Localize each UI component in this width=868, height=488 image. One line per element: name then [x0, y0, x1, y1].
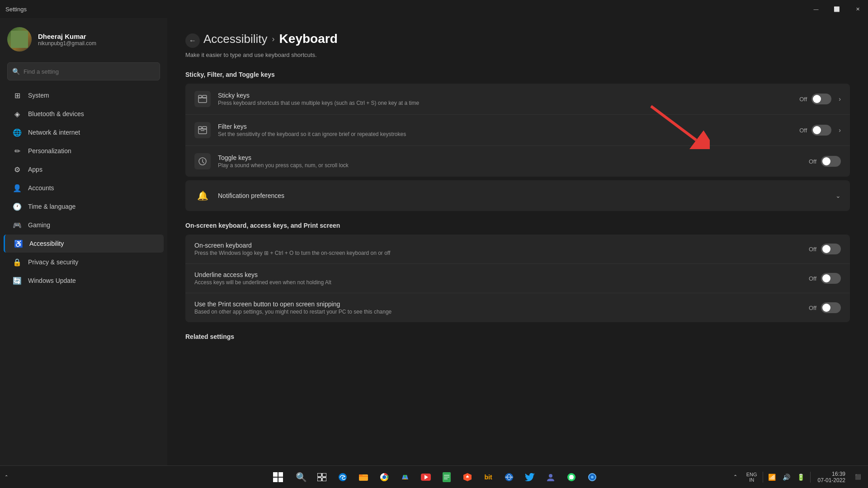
breadcrumb-separator: › [272, 34, 275, 44]
search-input[interactable] [20, 68, 155, 75]
sticky-keys-toggle[interactable] [811, 94, 831, 104]
settings-card-keys: Sticky keys Press keyboard shortcuts tha… [185, 84, 850, 177]
setting-toggle-keys[interactable]: Toggle keys Play a sound when you press … [185, 146, 850, 177]
related-settings-title: Related settings [185, 333, 850, 340]
sidebar-label-gaming: Gaming [28, 221, 50, 229]
setting-filter-keys[interactable]: Filter keys Set the sensitivity of the k… [185, 115, 850, 146]
taskbar-teams-icon[interactable] [541, 468, 560, 487]
sidebar-item-network[interactable]: 🌐 Network & internet [4, 123, 164, 141]
taskbar-edge-icon[interactable] [333, 468, 352, 487]
notification-preferences-row[interactable]: 🔔 Notification preferences ⌄ [185, 180, 850, 211]
sidebar-item-update[interactable]: 🔄 Windows Update [4, 272, 164, 290]
gaming-icon: 🎮 [13, 221, 22, 230]
filter-keys-chevron: › [839, 127, 841, 134]
setting-sticky-keys[interactable]: Sticky keys Press keyboard shortcuts tha… [185, 84, 850, 115]
svg-rect-14 [273, 478, 278, 482]
chevron-up-icon[interactable]: ⌃ [729, 471, 742, 483]
notification-label: Notification preferences [218, 192, 835, 199]
app-body: Dheeraj Kumar nikunpubg1@gmail.com 🔍 ⊞ S… [0, 18, 868, 465]
sticky-keys-icon [194, 91, 211, 107]
taskbar-whatsapp-icon[interactable] [562, 468, 581, 487]
close-button[interactable]: ✕ [847, 0, 868, 18]
notification-chevron: ⌄ [835, 192, 841, 199]
print-screen-desc: Based on other app settings, you might n… [194, 309, 809, 315]
titlebar: Settings — ⬜ ✕ [0, 0, 868, 18]
taskbar-taskview-icon[interactable] [312, 468, 331, 487]
toggle-keys-icon [194, 153, 211, 169]
back-button[interactable]: ← [185, 33, 200, 48]
taskbar-chevron-icon[interactable]: ⌃ [0, 471, 13, 483]
sidebar-nav: ⊞ System ◈ Bluetooth & devices 🌐 Network… [0, 86, 167, 465]
underline-access-name: Underline access keys [194, 271, 809, 278]
profile-email: nikunpubg1@gmail.com [38, 40, 96, 47]
onscreen-keyboard-name: On-screen keyboard [194, 242, 809, 249]
sidebar-item-bluetooth[interactable]: ◈ Bluetooth & devices [4, 105, 164, 123]
minimize-button[interactable]: — [806, 0, 826, 18]
sidebar-item-time[interactable]: 🕐 Time & language [4, 197, 164, 216]
taskbar-twitter-icon[interactable] [520, 468, 539, 487]
setting-print-screen[interactable]: Use the Print screen button to open scre… [185, 293, 850, 322]
filter-keys-toggle[interactable] [811, 125, 831, 136]
clock-area[interactable]: 16:39 07-01-2022 [813, 471, 850, 483]
setting-underline-access[interactable]: Underline access keys Access keys will b… [185, 264, 850, 293]
svg-rect-12 [273, 472, 278, 477]
sidebar-label-privacy: Privacy & security [28, 258, 78, 266]
onscreen-keyboard-status: Off [809, 246, 816, 253]
sidebar-label-personalization: Personalization [28, 147, 71, 155]
toggle-keys-name: Toggle keys [218, 154, 809, 161]
underline-access-toggle[interactable] [821, 273, 841, 284]
section-title-1: Sticky, Filter, and Toggle keys [185, 71, 850, 78]
svg-rect-18 [317, 478, 321, 481]
taskbar-settings-icon[interactable] [583, 468, 602, 487]
wifi-icon[interactable]: 📶 [766, 471, 778, 483]
taskbar-youtube-icon[interactable] [416, 468, 435, 487]
update-icon: 🔄 [13, 276, 22, 285]
onscreen-keyboard-toggle[interactable] [821, 244, 841, 254]
sidebar-item-privacy[interactable]: 🔒 Privacy & security [4, 253, 164, 271]
taskbar-search-icon[interactable]: 🔍 [292, 468, 311, 487]
language-indicator[interactable]: ENG IN [744, 472, 760, 483]
volume-icon[interactable]: 🔊 [780, 471, 793, 483]
sidebar-item-apps[interactable]: ⚙ Apps [4, 160, 164, 178]
taskbar-browser-icon[interactable] [500, 468, 519, 487]
taskbar-brave-icon[interactable] [458, 468, 477, 487]
sidebar-label-accessibility: Accessibility [29, 240, 64, 247]
taskbar-chrome-icon[interactable] [375, 468, 394, 487]
print-screen-toggle[interactable] [821, 302, 841, 313]
sticky-keys-text: Sticky keys Press keyboard shortcuts tha… [218, 92, 799, 106]
sticky-keys-control: Off › [799, 94, 841, 104]
taskbar-divider-1 [763, 472, 763, 483]
system-icon: ⊞ [13, 91, 22, 100]
svg-point-24 [382, 475, 386, 479]
toggle-keys-toggle[interactable] [821, 156, 841, 167]
sticky-keys-name: Sticky keys [218, 92, 799, 99]
lang-bottom: IN [749, 477, 754, 483]
main-content: ← Accessibility › Keyboard Make it easie… [167, 18, 868, 465]
toggle-keys-desc: Play a sound when you press caps, num, o… [218, 162, 809, 169]
taskbar-explorer-icon[interactable] [354, 468, 373, 487]
taskbar-bit-icon[interactable]: bit [479, 468, 498, 487]
print-screen-status: Off [809, 305, 816, 311]
battery-icon[interactable]: 🔋 [795, 471, 807, 483]
taskbar-drive-icon[interactable] [396, 468, 415, 487]
print-screen-text: Use the Print screen button to open scre… [194, 300, 809, 315]
start-button[interactable] [266, 466, 290, 488]
sidebar-label-network: Network & internet [28, 129, 80, 136]
sidebar-item-accessibility[interactable]: ♿ Accessibility [4, 235, 164, 253]
notification-icon: 🔔 [194, 188, 211, 204]
profile-section[interactable]: Dheeraj Kumar nikunpubg1@gmail.com [0, 18, 167, 61]
taskbar: ⌃ 🔍 [0, 465, 868, 488]
notification-bell-icon[interactable]: ⬛ [852, 471, 864, 483]
sidebar-item-system[interactable]: ⊞ System [4, 86, 164, 104]
setting-onscreen-keyboard[interactable]: On-screen keyboard Press the Windows log… [185, 235, 850, 264]
sidebar-item-accounts[interactable]: 👤 Accounts [4, 179, 164, 197]
taskbar-sheets-icon[interactable] [437, 468, 456, 487]
maximize-button[interactable]: ⬜ [826, 0, 847, 18]
filter-keys-control: Off › [799, 125, 841, 136]
search-box[interactable]: 🔍 [7, 62, 160, 80]
sidebar-item-gaming[interactable]: 🎮 Gaming [4, 216, 164, 234]
svg-rect-29 [444, 477, 449, 478]
breadcrumb: Accessibility › Keyboard [203, 32, 338, 46]
sidebar-item-personalization[interactable]: ✏ Personalization [4, 142, 164, 160]
window-controls: — ⬜ ✕ [806, 0, 868, 18]
